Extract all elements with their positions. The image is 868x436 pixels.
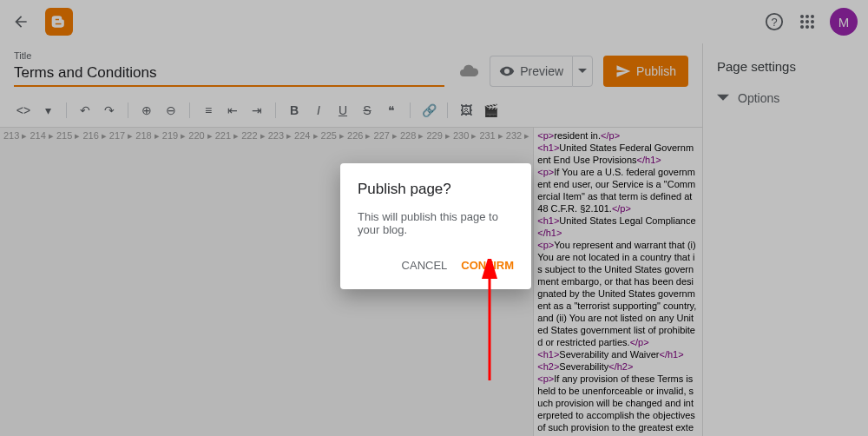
cancel-button[interactable]: CANCEL (402, 259, 448, 272)
dialog-title: Publish page? (358, 181, 514, 198)
confirm-button[interactable]: CONFIRM (461, 259, 514, 272)
dialog-body: This will publish this page to your blog… (358, 210, 514, 236)
publish-dialog: Publish page? This will publish this pag… (340, 163, 531, 289)
